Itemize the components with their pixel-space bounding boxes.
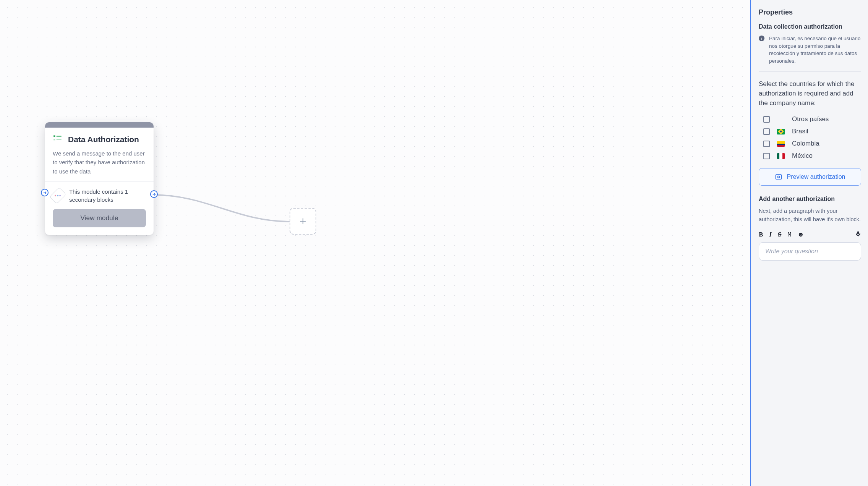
monospace-button[interactable]: M [787,231,791,238]
editor-toolbar: B I S M ☻ [759,231,861,238]
add-authorization-heading: Add another authorization [759,196,861,202]
svg-rect-1 [57,136,62,136]
node-output-port[interactable] [150,190,158,198]
country-item-other[interactable]: Otros países [763,115,861,123]
svg-point-5 [777,176,779,178]
emoji-button[interactable]: ☻ [797,231,804,238]
divider [759,71,861,72]
bold-button[interactable]: B [759,231,763,238]
microphone-button[interactable] [855,231,861,238]
node-description: We send a message to the end user to ver… [53,149,146,176]
svg-rect-4 [776,175,781,179]
strikethrough-button[interactable]: S [778,231,781,238]
flag-mexico-icon [777,153,785,159]
preview-button-label: Preview authorization [787,173,845,180]
country-item-brasil[interactable]: Brasil [763,128,861,135]
country-list: Otros países Brasil Colombia México [759,115,861,160]
country-item-mexico[interactable]: México [763,152,861,160]
view-module-button[interactable]: View module [53,209,146,227]
plus-icon: + [300,215,306,227]
node-title: Data Authorization [68,135,139,144]
country-item-colombia[interactable]: Colombia [763,140,861,147]
checkbox[interactable] [763,153,770,159]
checkbox[interactable] [763,116,770,123]
connector-line [0,0,750,486]
panel-title: Properties [759,8,861,16]
node-input-port[interactable] [41,189,49,196]
properties-panel: Properties Data collection authorization… [750,0,868,486]
flag-brazil-icon [777,129,785,134]
info-text: Para iniciar, es necesario que el usuari… [769,35,861,65]
add-authorization-text: Next, add a paragraph with your authoriz… [759,207,861,224]
add-node-button[interactable]: + [290,208,316,235]
info-icon: i [759,36,764,41]
divider [45,181,154,181]
countries-instruction: Select the countries for which the autho… [759,79,861,108]
list-icon [53,134,63,145]
checkbox[interactable] [763,128,770,135]
info-callout: i Para iniciar, es necesario que el usua… [759,35,861,65]
preview-authorization-button[interactable]: Preview authorization [759,168,861,186]
checkbox[interactable] [763,141,770,147]
eye-icon [775,173,782,181]
module-info-text: This module contains 1 secondary blocks [69,188,146,204]
flow-canvas[interactable]: Data Authorization We send a message to … [0,0,750,486]
module-cube-icon [49,187,66,204]
italic-button[interactable]: I [769,231,772,238]
node-header-bar [45,122,154,128]
country-label: Otros países [792,115,829,123]
flag-colombia-icon [777,141,785,147]
question-input[interactable] [759,242,861,261]
svg-rect-2 [53,139,55,140]
country-label: Colombia [792,140,819,147]
country-label: México [792,152,813,160]
svg-rect-3 [57,139,62,140]
data-authorization-node[interactable]: Data Authorization We send a message to … [45,122,154,235]
country-label: Brasil [792,128,808,135]
microphone-icon [855,231,861,237]
panel-subtitle: Data collection authorization [759,23,861,30]
svg-rect-0 [53,135,55,137]
